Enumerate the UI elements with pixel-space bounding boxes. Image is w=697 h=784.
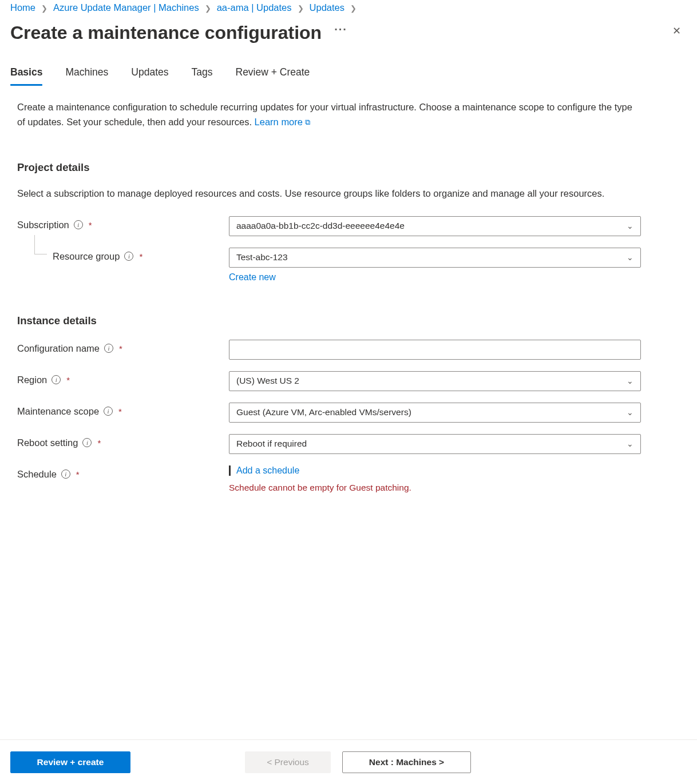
subscription-value: aaaa0a0a-bb1b-cc2c-dd3d-eeeeee4e4e4e: [236, 221, 405, 231]
instance-details-heading: Instance details: [17, 315, 641, 327]
learn-more-link[interactable]: Learn more⧉: [255, 117, 310, 127]
reboot-setting-select[interactable]: Reboot if required ⌄: [229, 434, 641, 454]
maintenance-scope-row: Maintenance scope i * Guest (Azure VM, A…: [17, 403, 641, 423]
chevron-right-icon: ❯: [205, 4, 211, 13]
subscription-select[interactable]: aaaa0a0a-bb1b-cc2c-dd3d-eeeeee4e4e4e ⌄: [229, 216, 641, 236]
info-icon[interactable]: i: [104, 407, 113, 416]
breadcrumb-update-manager[interactable]: Azure Update Manager | Machines: [53, 2, 199, 13]
intro-text: Create a maintenance configuration to sc…: [17, 100, 641, 129]
subscription-row: Subscription i * aaaa0a0a-bb1b-cc2c-dd3d…: [17, 216, 641, 236]
info-icon[interactable]: i: [104, 344, 113, 353]
reboot-setting-label: Reboot setting i *: [17, 434, 229, 448]
maintenance-scope-select[interactable]: Guest (Azure VM, Arc-enabled VMs/servers…: [229, 403, 641, 423]
required-icon: *: [89, 220, 92, 230]
hierarchy-line-icon: [34, 235, 47, 254]
tab-updates[interactable]: Updates: [131, 63, 168, 85]
more-actions-icon[interactable]: ···: [334, 23, 347, 36]
project-details-desc: Select a subscription to manage deployed…: [17, 186, 641, 201]
intro-body: Create a maintenance configuration to sc…: [17, 102, 632, 127]
breadcrumb-updates[interactable]: Updates: [310, 2, 344, 13]
region-row: Region i * (US) West US 2 ⌄: [17, 371, 641, 391]
project-details-heading: Project details: [17, 161, 641, 174]
chevron-right-icon: ❯: [41, 4, 47, 13]
add-schedule-link[interactable]: Add a schedule: [236, 465, 299, 475]
resource-group-label-text: Resource group: [53, 251, 120, 262]
maintenance-scope-label: Maintenance scope i *: [17, 403, 229, 417]
info-icon[interactable]: i: [61, 469, 70, 479]
schedule-block: Add a schedule: [229, 465, 641, 476]
maintenance-scope-label-text: Maintenance scope: [17, 406, 99, 417]
review-create-button[interactable]: Review + create: [10, 751, 130, 773]
page-header: Create a maintenance configuration ··· ✕: [0, 13, 697, 49]
required-icon: *: [76, 469, 80, 479]
tab-basics[interactable]: Basics: [10, 63, 42, 85]
region-label: Region i *: [17, 371, 229, 385]
info-icon[interactable]: i: [52, 375, 61, 384]
tab-review-create[interactable]: Review + Create: [236, 63, 310, 85]
breadcrumb-home[interactable]: Home: [10, 2, 35, 13]
tab-machines[interactable]: Machines: [65, 63, 108, 85]
breadcrumb: Home ❯ Azure Update Manager | Machines ❯…: [0, 0, 697, 13]
info-icon[interactable]: i: [124, 252, 133, 261]
close-icon[interactable]: ✕: [667, 21, 687, 41]
chevron-down-icon: ⌄: [627, 376, 633, 385]
page-title-text: Create a maintenance configuration: [10, 22, 322, 43]
chevron-down-icon: ⌄: [627, 408, 633, 417]
required-icon: *: [97, 438, 101, 448]
resource-group-select[interactable]: Test-abc-123 ⌄: [229, 248, 641, 268]
page-title: Create a maintenance configuration ···: [10, 22, 347, 43]
required-icon: *: [66, 375, 70, 385]
resource-group-value: Test-abc-123: [236, 252, 288, 262]
footer: Review + create < Previous Next : Machin…: [0, 739, 697, 784]
tab-tags[interactable]: Tags: [192, 63, 213, 85]
schedule-error: Schedule cannot be empty for Guest patch…: [229, 483, 641, 493]
next-button[interactable]: Next : Machines >: [342, 751, 471, 773]
reboot-setting-label-text: Reboot setting: [17, 437, 78, 448]
previous-button: < Previous: [245, 751, 331, 773]
region-label-text: Region: [17, 375, 47, 385]
subscription-label: Subscription i *: [17, 216, 229, 230]
subscription-label-text: Subscription: [17, 220, 69, 230]
maintenance-scope-value: Guest (Azure VM, Arc-enabled VMs/servers…: [236, 407, 411, 417]
configuration-name-label-text: Configuration name: [17, 343, 100, 354]
reboot-setting-row: Reboot setting i * Reboot if required ⌄: [17, 434, 641, 454]
schedule-label-text: Schedule: [17, 469, 57, 480]
chevron-down-icon: ⌄: [627, 253, 633, 262]
external-link-icon: ⧉: [305, 118, 310, 126]
region-value: (US) West US 2: [236, 376, 299, 386]
resource-group-label: Resource group i *: [17, 248, 229, 262]
configuration-name-row: Configuration name i *: [17, 340, 641, 360]
required-icon: *: [139, 252, 142, 261]
required-icon: *: [119, 344, 122, 353]
content-area: Create a maintenance configuration to sc…: [0, 85, 658, 493]
resource-group-row: Resource group i * Test-abc-123 ⌄ Create…: [17, 248, 641, 282]
required-icon: *: [118, 407, 122, 416]
chevron-down-icon: ⌄: [627, 221, 633, 230]
schedule-row: Schedule i * Add a schedule Schedule can…: [17, 465, 641, 493]
configuration-name-input[interactable]: [229, 340, 641, 360]
breadcrumb-aa-ama[interactable]: aa-ama | Updates: [217, 2, 292, 13]
reboot-setting-value: Reboot if required: [236, 439, 307, 449]
tabs: Basics Machines Updates Tags Review + Cr…: [0, 49, 697, 85]
chevron-down-icon: ⌄: [627, 439, 633, 448]
learn-more-label: Learn more: [255, 117, 303, 127]
chevron-right-icon: ❯: [350, 4, 357, 13]
region-select[interactable]: (US) West US 2 ⌄: [229, 371, 641, 391]
schedule-label: Schedule i *: [17, 465, 229, 480]
configuration-name-label: Configuration name i *: [17, 340, 229, 354]
info-icon[interactable]: i: [74, 220, 83, 229]
info-icon[interactable]: i: [82, 438, 92, 447]
chevron-right-icon: ❯: [298, 4, 304, 13]
create-new-link[interactable]: Create new: [229, 272, 641, 282]
